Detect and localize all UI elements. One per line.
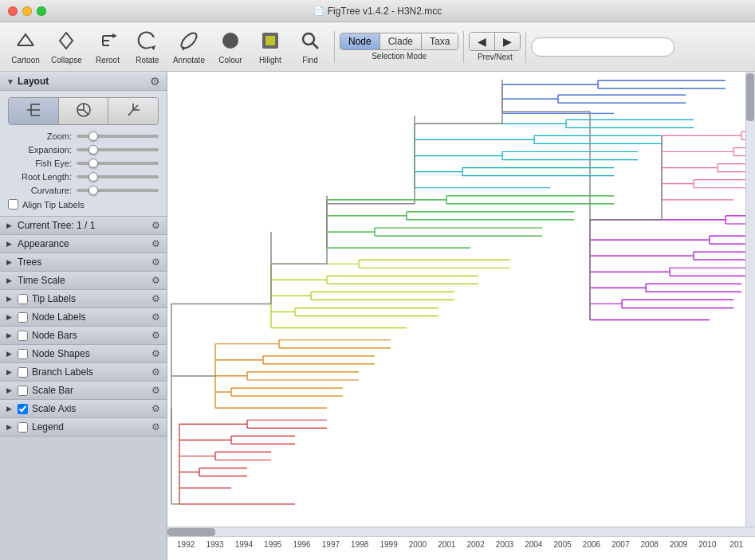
appearance-settings-icon[interactable]: ⚙: [151, 238, 160, 249]
sidebar-item-node-shapes[interactable]: ▶ Node Shapes ⚙: [0, 345, 167, 363]
scale-axis-settings-icon[interactable]: ⚙: [151, 403, 160, 414]
sidebar-item-tip-labels[interactable]: ▶ Tip Labels ⚙: [0, 290, 167, 308]
legend-settings-icon[interactable]: ⚙: [151, 421, 160, 433]
next-button[interactable]: ▶: [495, 33, 520, 50]
sidebar-item-branch-labels[interactable]: ▶ Branch Labels ⚙: [0, 363, 167, 382]
scrollbar[interactable]: [745, 72, 755, 536]
scale-axis-arrow: ▶: [6, 405, 14, 413]
fish-eye-label: Fish Eye:: [8, 159, 72, 168]
layout-section-header[interactable]: ▼ Layout ⚙: [0, 72, 167, 91]
reroot-label: Reroot: [96, 56, 120, 65]
minimize-button[interactable]: [22, 6, 32, 16]
align-tip-labels-checkbox[interactable]: [8, 199, 18, 210]
sidebar-item-current-tree[interactable]: ▶ Current Tree: 1 / 1 ⚙: [0, 217, 167, 235]
window-title: 📄 FigTree v1.4.2 - H3N2.mcc: [313, 6, 442, 17]
year-2006: 2006: [577, 540, 606, 549]
scale-bar-label: Scale Bar: [32, 385, 151, 396]
collapse-label: Collapse: [51, 56, 82, 65]
sidebar-item-appearance[interactable]: ▶ Appearance ⚙: [0, 235, 167, 253]
sidebar-item-scale-axis[interactable]: ▶ Scale Axis ⚙: [0, 400, 167, 418]
find-tool[interactable]: Find: [291, 25, 329, 69]
node-labels-arrow: ▶: [6, 313, 14, 321]
window-controls: [8, 6, 46, 16]
hilight-label: Hilight: [259, 56, 281, 65]
maximize-button[interactable]: [37, 6, 46, 16]
clade-mode-button[interactable]: Clade: [380, 33, 422, 49]
cartoon-label: Cartoon: [11, 56, 40, 65]
node-mode-button[interactable]: Node: [340, 33, 380, 49]
tip-labels-arrow: ▶: [6, 295, 14, 303]
root-length-slider[interactable]: [77, 175, 159, 178]
selection-mode-group: Node Clade Taxa Selection Mode: [340, 33, 458, 61]
scrollbar-thumb[interactable]: [746, 73, 754, 121]
fish-eye-slider[interactable]: [77, 162, 159, 165]
node-bars-checkbox[interactable]: [18, 331, 28, 341]
current-tree-settings-icon[interactable]: ⚙: [151, 220, 160, 231]
branch-labels-arrow: ▶: [6, 368, 14, 376]
tree-svg: [167, 72, 755, 536]
layout-arrow: ▼: [6, 77, 14, 86]
branch-labels-checkbox[interactable]: [18, 367, 28, 378]
colour-tool[interactable]: Colour: [211, 25, 250, 69]
title-bar: 📄 FigTree v1.4.2 - H3N2.mcc: [0, 0, 755, 22]
find-label: Find: [302, 56, 317, 65]
legend-arrow: ▶: [6, 423, 14, 431]
reroot-icon: [96, 29, 119, 54]
reroot-tool[interactable]: Reroot: [88, 25, 127, 69]
collapse-tool[interactable]: Collapse: [46, 25, 87, 69]
scale-bar-settings-icon[interactable]: ⚙: [151, 385, 160, 396]
cartoon-tool[interactable]: Cartoon: [6, 25, 45, 69]
sidebar-item-scale-bar[interactable]: ▶ Scale Bar ⚙: [0, 382, 167, 400]
toolbar: Cartoon Collapse Reroot Rotate: [0, 22, 755, 72]
sidebar: ▼ Layout ⚙: [0, 72, 167, 560]
tip-labels-label: Tip Labels: [32, 293, 151, 304]
tip-labels-checkbox[interactable]: [18, 294, 28, 304]
time-scale-settings-icon[interactable]: ⚙: [151, 275, 160, 286]
horizontal-scrollbar[interactable]: [167, 527, 755, 536]
layout-radial-button[interactable]: [59, 98, 109, 124]
year-2010: 2010: [693, 540, 722, 549]
node-labels-label: Node Labels: [32, 311, 151, 323]
node-bars-settings-icon[interactable]: ⚙: [151, 330, 160, 341]
layout-polar-button[interactable]: [108, 98, 158, 124]
horizontal-scrollbar-thumb[interactable]: [167, 528, 215, 536]
node-labels-checkbox[interactable]: [18, 312, 28, 323]
sidebar-item-legend[interactable]: ▶ Legend ⚙: [0, 418, 167, 437]
scale-axis-checkbox[interactable]: [18, 404, 28, 414]
node-shapes-checkbox[interactable]: [18, 349, 28, 359]
branch-labels-settings-icon[interactable]: ⚙: [151, 366, 160, 378]
close-button[interactable]: [8, 6, 18, 16]
node-labels-settings-icon[interactable]: ⚙: [151, 311, 160, 323]
annotate-icon: [178, 29, 200, 54]
node-shapes-settings-icon[interactable]: ⚙: [151, 348, 160, 359]
zoom-slider[interactable]: [77, 135, 159, 138]
time-scale-arrow: ▶: [6, 276, 14, 284]
align-tip-labels-row: Align Tip Labels: [8, 199, 159, 210]
hilight-tool[interactable]: Hilight: [251, 25, 289, 69]
search-input[interactable]: [531, 37, 674, 57]
curvature-slider[interactable]: [77, 189, 159, 192]
expansion-slider[interactable]: [77, 148, 159, 151]
legend-checkbox[interactable]: [18, 422, 28, 433]
taxa-mode-button[interactable]: Taxa: [422, 33, 458, 49]
timeline-inner: 1992 1993 1994 1995 1996 1997 1998 1999 …: [167, 540, 755, 549]
prev-button[interactable]: ◀: [470, 33, 495, 50]
trees-settings-icon[interactable]: ⚙: [151, 257, 160, 268]
svg-marker-1: [151, 45, 155, 50]
sidebar-item-trees[interactable]: ▶ Trees ⚙: [0, 253, 167, 272]
rotate-tool[interactable]: Rotate: [128, 25, 167, 69]
hilight-icon: [259, 29, 281, 54]
document-icon: 📄: [313, 6, 324, 16]
tip-labels-settings-icon[interactable]: ⚙: [151, 293, 160, 304]
node-bars-arrow: ▶: [6, 331, 14, 339]
sidebar-item-node-labels[interactable]: ▶ Node Labels ⚙: [0, 308, 167, 327]
sidebar-item-node-bars[interactable]: ▶ Node Bars ⚙: [0, 327, 167, 345]
tree-area[interactable]: [167, 72, 755, 536]
annotate-tool[interactable]: Annotate: [168, 25, 210, 69]
year-2008: 2008: [635, 540, 664, 549]
year-1997: 1997: [317, 540, 345, 549]
scale-bar-checkbox[interactable]: [18, 386, 28, 396]
separator-1: [334, 31, 335, 63]
layout-rectangular-button[interactable]: [9, 98, 59, 124]
sidebar-item-time-scale[interactable]: ▶ Time Scale ⚙: [0, 272, 167, 290]
